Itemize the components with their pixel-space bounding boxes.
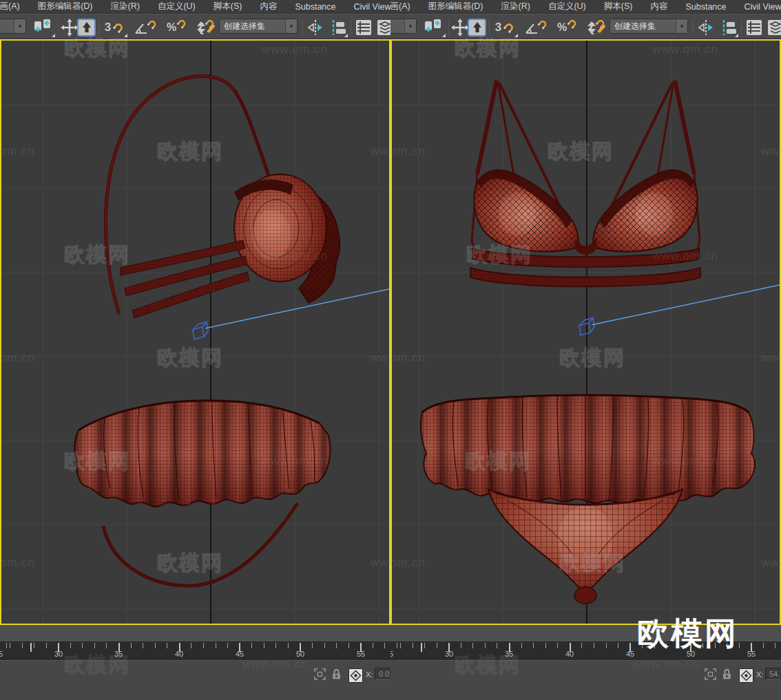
named-selection-sets-value: 创建选择集 (224, 21, 265, 32)
named-selection-sets-value: 创建选择集 (614, 21, 656, 32)
camera-target-helper[interactable] (579, 285, 780, 335)
menu-content[interactable]: 内容 (260, 1, 277, 12)
menu-bar: 动画(A) 图形编辑器(D) 渲染(R) 自定义(U) 脚本(S) 内容 Sub… (0, 0, 390, 14)
toolbar-separator (489, 20, 490, 35)
ruler-label: 30 (54, 650, 63, 658)
status-bar: X: 0.0 (0, 660, 390, 700)
camera-target-line (592, 285, 780, 325)
menu-civil-view[interactable]: Civil View (354, 2, 391, 12)
isolate-selection-button[interactable] (705, 668, 716, 680)
chevron-down-icon: ▼ (404, 19, 416, 33)
menu-substance[interactable]: Substance (685, 2, 726, 12)
magnet-icon (502, 21, 514, 34)
x-coordinate-field[interactable]: 54. (765, 668, 781, 680)
menu-customize[interactable]: 自定义(U) (158, 1, 196, 12)
edit-named-selection-sets-button[interactable]: { (197, 19, 218, 36)
named-selection-sets-dropdown[interactable]: 创建选择集 ▼ (219, 19, 298, 34)
select-object-button[interactable] (468, 19, 486, 36)
menu-graph-editors[interactable]: 图形编辑器(D) (428, 1, 483, 12)
layer-explorer-button[interactable] (766, 19, 781, 36)
app-screen: 动画(A) 图形编辑器(D) 渲染(R) 自定义(U) 脚本(S) 内容 Sub… (0, 0, 781, 700)
menu-animation[interactable]: 动画(A) (0, 1, 20, 12)
time-slider-track[interactable] (390, 625, 781, 642)
snap-toggle-3d-button[interactable]: 3 (101, 19, 127, 36)
select-object-button[interactable] (77, 19, 96, 36)
angle-snap-button[interactable] (132, 19, 159, 36)
percent-label: % (557, 21, 567, 34)
time-ruler[interactable]: 5 30 35 40 45 50 55 (390, 642, 781, 660)
x-coordinate-field[interactable]: 0.0 (375, 668, 390, 680)
time-slider-track[interactable] (0, 625, 390, 642)
lock-icon (332, 668, 341, 679)
panty-front-wireframe[interactable] (421, 395, 755, 604)
absolute-mode-button[interactable] (348, 668, 363, 683)
magnet-icon (537, 19, 548, 30)
ruler-label: 55 (747, 650, 756, 658)
menu-rendering[interactable]: 渲染(R) (111, 1, 140, 12)
percent-snap-button[interactable]: % (554, 19, 581, 36)
wireframe-art-side (1, 41, 389, 624)
layer-explorer-button[interactable] (375, 19, 390, 36)
toolbar-separator (693, 20, 694, 35)
bra-front-wireframe[interactable] (470, 81, 700, 287)
scene-explorer-button[interactable] (354, 19, 373, 36)
menu-substance[interactable]: Substance (295, 2, 335, 12)
camera-target-helper[interactable] (193, 289, 389, 339)
isolate-selection-button[interactable] (314, 668, 326, 680)
absolute-mode-icon (739, 668, 753, 683)
skirt-side-wireframe[interactable] (74, 401, 330, 586)
snap-toggle-3d-button[interactable]: 3 (492, 19, 518, 36)
max-window-right: 动画(A) 图形编辑器(D) 渲染(R) 自定义(U) 脚本(S) 内容 Sub… (390, 0, 781, 700)
absolute-mode-button[interactable] (739, 668, 753, 683)
select-and-move-button[interactable] (61, 19, 79, 36)
menu-scripting[interactable]: 脚本(S) (214, 1, 242, 12)
viewport-front-view[interactable] (390, 39, 781, 625)
menu-animation[interactable]: 动画(A) (390, 1, 410, 12)
mirror-button[interactable] (696, 19, 716, 36)
pencil-icon (594, 21, 607, 34)
viewport-grid (1, 41, 389, 624)
magnet-icon (147, 19, 158, 30)
menu-rendering[interactable]: 渲染(R) (501, 1, 530, 12)
named-selection-sets-dropdown[interactable]: 创建选择集 ▼ (610, 19, 688, 34)
selection-filter-dropdown[interactable]: ▼ (390, 19, 417, 34)
selection-lock-button[interactable] (332, 668, 341, 679)
edit-named-selection-sets-button[interactable]: { (587, 19, 608, 36)
wireframe-art-front (392, 41, 780, 624)
move-cross-icon (61, 19, 79, 36)
main-toolbar: ▼ (0, 14, 390, 39)
ruler-label: 40 (175, 650, 183, 658)
scene-explorer-button[interactable] (744, 19, 763, 36)
menu-content[interactable]: 内容 (650, 1, 667, 12)
align-button[interactable] (329, 19, 348, 36)
ruler-label: 35 (114, 650, 123, 658)
ruler-label: 5 (390, 650, 393, 658)
time-ruler[interactable]: 5 30 35 40 45 50 55 (0, 642, 390, 660)
toolbar-separator (98, 20, 99, 35)
mirror-icon (306, 19, 324, 36)
layers-icon (767, 19, 781, 36)
menu-customize[interactable]: 自定义(U) (548, 1, 586, 12)
percent-snap-button[interactable]: % (163, 19, 191, 36)
menu-civil-view[interactable]: Civil View (744, 2, 781, 12)
select-arrow-icon (81, 21, 93, 34)
ruler-label: 5 (0, 650, 3, 658)
menu-bar: 动画(A) 图形编辑器(D) 渲染(R) 自定义(U) 脚本(S) 内容 Sub… (390, 0, 781, 14)
mirror-button[interactable] (306, 19, 325, 36)
viewport-side-view[interactable] (0, 39, 390, 625)
cursor-plus-button[interactable] (30, 19, 55, 36)
ruler-label: 45 (626, 650, 634, 658)
bra-side-wireframe[interactable] (105, 76, 340, 318)
angle-snap-button[interactable] (522, 19, 550, 36)
selection-lock-button[interactable] (722, 668, 731, 679)
align-button[interactable] (719, 19, 738, 36)
menu-graph-editors[interactable]: 图形编辑器(D) (38, 1, 93, 12)
select-and-move-button[interactable] (451, 19, 469, 36)
isolate-selection-icon (705, 668, 716, 680)
selection-filter-dropdown[interactable]: ▼ (0, 19, 26, 34)
brace-icon: { (198, 20, 203, 35)
ruler-label: 50 (296, 650, 304, 658)
isolate-selection-icon (314, 668, 326, 680)
menu-scripting[interactable]: 脚本(S) (604, 1, 633, 12)
cursor-plus-button[interactable] (421, 19, 446, 36)
